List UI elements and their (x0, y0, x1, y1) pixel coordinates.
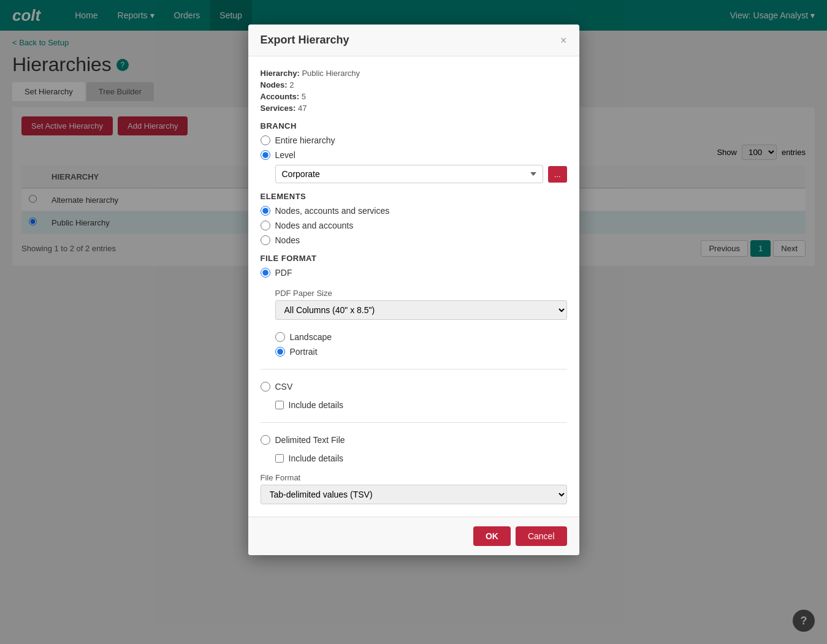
pdf-option[interactable]: PDF (261, 268, 567, 278)
modal-overlay: Export Hierarchy × Hierarchy: Public Hie… (0, 0, 827, 644)
hierarchy-info-row: Hierarchy: Public Hierarchy (261, 69, 567, 78)
divider (261, 369, 567, 369)
nodes-accounts-option[interactable]: Nodes and accounts (261, 221, 567, 230)
hierarchy-info-label: Hierarchy: (261, 69, 300, 78)
modal-title: Export Hierarchy (261, 34, 349, 47)
csv-option[interactable]: CSV (261, 382, 567, 392)
portrait-label: Portrait (290, 347, 318, 357)
file-format-select-section: File Format Tab-delimited values (TSV) C… (261, 473, 567, 504)
nodes-only-radio[interactable] (261, 235, 270, 245)
delimited-option[interactable]: Delimited Text File (261, 435, 567, 445)
pdf-paper-size-label: PDF Paper Size (275, 289, 567, 298)
pdf-paper-size-section: PDF Paper Size All Columns (40" x 8.5") … (275, 289, 567, 320)
orientation-group: Landscape Portrait (275, 332, 567, 357)
nodes-accounts-services-option[interactable]: Nodes, accounts and services (261, 206, 567, 216)
branch-section-label: BRANCH (261, 121, 567, 131)
cancel-button[interactable]: Cancel (516, 526, 567, 546)
nodes-accounts-services-radio[interactable] (261, 206, 270, 216)
ok-button[interactable]: OK (473, 526, 511, 546)
csv-include-details-checkbox[interactable] (275, 401, 284, 409)
modal-close-button[interactable]: × (560, 35, 567, 46)
modal-body: Hierarchy: Public Hierarchy Nodes: 2 Acc… (248, 56, 579, 517)
modal-header: Export Hierarchy × (248, 25, 579, 56)
accounts-info-value: 5 (302, 92, 306, 101)
nodes-only-label: Nodes (275, 235, 300, 245)
file-format-radio-group: PDF PDF Paper Size All Columns (40" x 8.… (261, 268, 567, 504)
hierarchy-info-value: Public Hierarchy (302, 69, 360, 78)
level-option[interactable]: Level (261, 150, 567, 160)
nodes-only-option[interactable]: Nodes (261, 235, 567, 245)
level-details-button[interactable]: ... (548, 166, 567, 183)
nodes-info-label: Nodes: (261, 80, 288, 89)
landscape-radio[interactable] (275, 332, 285, 342)
level-select-row: Corporate Division Department ... (275, 165, 567, 183)
delimited-label: Delimited Text File (275, 435, 345, 445)
entire-hierarchy-option[interactable]: Entire hierarchy (261, 135, 567, 145)
csv-radio[interactable] (261, 382, 270, 392)
delimited-include-details-checkbox[interactable] (275, 454, 284, 463)
nodes-accounts-label: Nodes and accounts (275, 221, 354, 230)
level-radio[interactable] (261, 150, 270, 160)
entire-hierarchy-label: Entire hierarchy (275, 135, 335, 145)
accounts-info-row: Accounts: 5 (261, 92, 567, 101)
services-info-value: 47 (298, 104, 307, 113)
accounts-info-label: Accounts: (261, 92, 300, 101)
delimited-radio[interactable] (261, 435, 270, 445)
delimited-include-details-option[interactable]: Include details (275, 453, 567, 463)
export-hierarchy-modal: Export Hierarchy × Hierarchy: Public Hie… (248, 25, 579, 555)
nodes-accounts-radio[interactable] (261, 221, 270, 230)
file-format-section-label: FILE FORMAT (261, 254, 567, 263)
csv-label: CSV (275, 382, 293, 392)
landscape-option[interactable]: Landscape (275, 332, 567, 342)
delimited-include-details-label: Include details (289, 453, 344, 463)
portrait-radio[interactable] (275, 347, 285, 357)
elements-radio-group: Nodes, accounts and services Nodes and a… (261, 206, 567, 245)
portrait-option[interactable]: Portrait (275, 347, 567, 357)
services-info-row: Services: 47 (261, 104, 567, 113)
entire-hierarchy-radio[interactable] (261, 135, 270, 145)
level-dropdown[interactable]: Corporate Division Department (275, 165, 543, 183)
divider-2 (261, 422, 567, 423)
csv-include-details-label: Include details (289, 400, 344, 410)
pdf-paper-size-select[interactable]: All Columns (40" x 8.5") Letter (8.5" x … (275, 300, 567, 320)
modal-footer: OK Cancel (248, 517, 579, 555)
elements-section-label: ELEMENTS (261, 192, 567, 201)
landscape-label: Landscape (290, 332, 332, 342)
pdf-label: PDF (275, 268, 292, 278)
services-info-label: Services: (261, 104, 296, 113)
nodes-accounts-services-label: Nodes, accounts and services (275, 206, 390, 216)
pdf-radio[interactable] (261, 268, 270, 278)
branch-radio-group: Entire hierarchy Level (261, 135, 567, 160)
csv-include-details-option[interactable]: Include details (275, 400, 567, 410)
nodes-info-row: Nodes: 2 (261, 80, 567, 89)
level-label: Level (275, 150, 295, 160)
file-format-select[interactable]: Tab-delimited values (TSV) Comma-delimit… (261, 485, 567, 504)
file-format-sub-label: File Format (261, 473, 567, 482)
nodes-info-value: 2 (289, 80, 294, 89)
